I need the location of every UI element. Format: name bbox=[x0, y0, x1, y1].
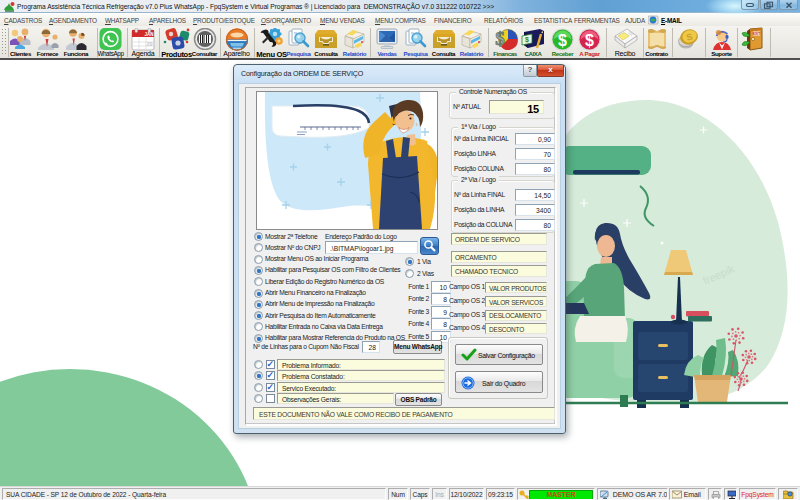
svg-text:EXIT: EXIT bbox=[752, 32, 760, 36]
svg-text:29: 29 bbox=[146, 40, 152, 46]
svg-text:JAN: JAN bbox=[144, 31, 153, 36]
svg-text:$: $ bbox=[585, 31, 594, 48]
svg-text:$: $ bbox=[558, 31, 567, 48]
svg-text:$: $ bbox=[525, 36, 529, 44]
svg-text:$: $ bbox=[495, 28, 505, 49]
